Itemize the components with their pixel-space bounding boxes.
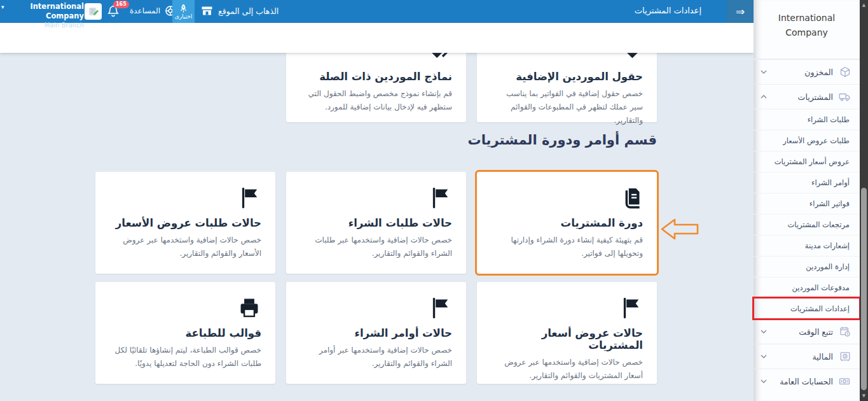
sidebar-subitem-purchase-invoices[interactable]: فواتير الشراء	[754, 193, 860, 214]
sidebar-item-time-tracking[interactable]: تتبع الوقت	[754, 319, 860, 344]
section-title: قسم أوامر ودورة المشتريات	[468, 132, 657, 148]
card-title: حقول الموردين الإضافية	[491, 71, 643, 83]
storefront-icon	[201, 5, 213, 17]
sidebar-subitem-supplier-payments[interactable]: مدفوعات الموردين	[754, 277, 860, 298]
sidebar-header: International Company	[754, 0, 860, 59]
notepad-icon	[88, 6, 99, 17]
flag-icon	[109, 185, 261, 210]
sidebar-company-name: International Company	[759, 11, 855, 40]
sidebar-item-label: المخزون	[773, 67, 833, 77]
banknote-icon	[839, 376, 851, 388]
scroll-up-icon[interactable]: ▲	[860, 2, 868, 8]
card-description: خصص حالات إضافية واستخدمها عبر طلبات الش…	[300, 234, 452, 260]
card-title: حالات أوامر الشراء	[300, 327, 452, 339]
sidebar-subitem-purchase-orders[interactable]: أوامر الشراء	[754, 172, 860, 193]
card-title: نماذج الموردين ذات الصلة	[300, 71, 452, 83]
sidebar-subitem-purchase-quotations[interactable]: عروض أسعار المشتريات	[754, 151, 860, 172]
card-print-templates[interactable]: قوالب للطباعة خصص قوالب الطباعة، ليتم إن…	[95, 282, 275, 384]
subitem-label: عروض أسعار المشتريات	[775, 157, 850, 166]
help-button[interactable]: المساعدة	[130, 5, 176, 17]
card-title: حالات طلبات عروض الأسعار	[109, 217, 261, 229]
main-content: حقول الموردين الإضافية خصص حقول إضافية ف…	[0, 23, 754, 401]
topbar-company-name: International Company	[3, 2, 84, 21]
card-description: قم بتهيئة كيفية إنشاء دورة الشراء وإدارت…	[491, 234, 643, 260]
chevron-down-icon	[760, 379, 767, 383]
card-purchase-request-statuses[interactable]: حالات طلبات الشراء خصص حالات إضافية واست…	[286, 172, 466, 274]
card-title: حالات عروض أسعار المشتريات	[491, 327, 643, 351]
sidebar-subitem-purchase-returns[interactable]: مرتجعات المشتريات	[754, 214, 860, 235]
printer-icon	[109, 295, 261, 320]
caret-down-icon: ▾	[1, 4, 4, 10]
box-icon	[839, 66, 851, 78]
subitem-label: فواتير الشراء	[809, 199, 850, 208]
file-invoice-icon	[491, 185, 643, 210]
sidebar-subitem-purchase-requests[interactable]: طلبات الشراء	[754, 109, 860, 130]
sidebar-item-general-accounts[interactable]: الحسابات العامة	[754, 369, 860, 393]
sidebar-item-inventory[interactable]: المخزون	[754, 59, 860, 84]
cycle-cards-row-2: حالات عروض أسعار المشتريات خصص حالات إضا…	[95, 282, 657, 384]
card-title: دورة المشتريات	[491, 217, 643, 229]
subitem-label: أوامر الشراء	[811, 178, 850, 187]
trial-label: اختيارى	[175, 13, 193, 20]
card-description: قم بإنشاء نموذج مخصص واضبط الحقول التي س…	[300, 87, 452, 114]
scrollbar-thumb[interactable]	[861, 188, 867, 390]
subitem-label: إعدادات المشتريات	[790, 304, 850, 313]
topbar-page-title: إعدادات المشتريات	[635, 6, 701, 15]
calendar-clock-icon	[839, 326, 851, 338]
sidebar-item-label: الحسابات العامة	[773, 377, 833, 386]
subitem-label: مدفوعات الموردين	[792, 283, 850, 292]
notifications-button[interactable]: 165	[107, 4, 123, 21]
card-purchase-order-statuses[interactable]: حالات أوامر الشراء خصص حالات إضافية واست…	[286, 282, 466, 384]
sidebar-subitem-purchase-settings[interactable]: إعدادات المشتريات	[754, 298, 860, 319]
cycle-cards-row-1: دورة المشتريات قم بتهيئة كيفية إنشاء دور…	[95, 172, 657, 274]
card-title: قوالب للطباعة	[109, 327, 261, 339]
content-header-strip	[0, 23, 754, 53]
subitem-label: طلبات عروض الأسعار	[783, 136, 850, 145]
card-description: خصص حالات إضافية واستخدمها عبر عروض أسعا…	[491, 356, 643, 383]
sidebar: International Company المخزون المشتريات …	[754, 0, 860, 401]
flag-icon	[300, 185, 452, 210]
notifications-badge: 165	[113, 1, 129, 8]
subitem-label: مرتجعات المشتريات	[787, 220, 850, 229]
sidebar-toggle-button[interactable]: ⇒	[727, 0, 754, 23]
chevron-down-icon	[760, 70, 767, 74]
card-title: حالات طلبات الشراء	[300, 217, 452, 229]
topbar-company-branch: Main Branch	[3, 21, 84, 29]
vertical-scrollbar[interactable]: ▲ ▼	[860, 0, 868, 401]
flag-icon	[300, 295, 452, 320]
truck-icon	[839, 91, 851, 103]
subitem-label: إدارة الموردين	[806, 262, 850, 271]
sidebar-item-purchases[interactable]: المشتريات	[754, 84, 860, 109]
help-label: المساعدة	[130, 6, 160, 15]
safe-icon	[839, 351, 851, 363]
topbar: ▾ International Company Main Branch 165 …	[0, 0, 754, 23]
app-screen: ▾ International Company Main Branch 165 …	[0, 0, 868, 401]
go-to-site-label: الذهاب إلى الموقع	[218, 6, 279, 16]
sidebar-item-label: المالية	[773, 352, 833, 362]
company-switcher[interactable]: ▾ International Company Main Branch	[3, 2, 84, 29]
chevron-down-icon	[760, 355, 767, 358]
rocket-icon	[179, 4, 188, 13]
card-description: خصص حقول إضافية في الفواتير بما يناسب سي…	[491, 87, 643, 127]
scroll-down-icon[interactable]: ▼	[860, 393, 868, 399]
sidebar-subitem-debit-notes[interactable]: إشعارات مدينة	[754, 235, 860, 256]
subitem-label: طلبات الشراء	[808, 115, 850, 124]
chevron-up-icon	[760, 95, 767, 99]
sidebar-toggle-icon: ⇒	[736, 5, 745, 18]
sidebar-item-finance[interactable]: المالية	[754, 344, 860, 369]
card-description: خصص قوالب الطباعة، ليتم إنشاؤها تلقائيًا…	[109, 344, 261, 370]
chevron-down-icon	[760, 330, 767, 334]
annotation-arrow-icon	[660, 218, 699, 241]
card-rfq-statuses[interactable]: حالات طلبات عروض الأسعار خصص حالات إضافي…	[95, 172, 275, 274]
go-to-site-button[interactable]: الذهاب إلى الموقع	[201, 5, 279, 17]
sidebar-item-label: المشتريات	[773, 92, 833, 102]
card-purchase-cycle[interactable]: دورة المشتريات قم بتهيئة كيفية إنشاء دور…	[477, 172, 657, 274]
flag-icon	[491, 295, 643, 320]
sidebar-item-label: تتبع الوقت	[773, 327, 833, 337]
sidebar-subitem-rfq[interactable]: طلبات عروض الأسعار	[754, 130, 860, 151]
sidebar-subitem-supplier-management[interactable]: إدارة الموردين	[754, 256, 860, 277]
quick-note-button[interactable]	[85, 3, 102, 20]
subitem-label: إشعارات مدينة	[805, 241, 850, 250]
trial-button[interactable]: اختيارى	[172, 0, 195, 23]
card-purchase-quotation-statuses[interactable]: حالات عروض أسعار المشتريات خصص حالات إضا…	[477, 282, 657, 384]
